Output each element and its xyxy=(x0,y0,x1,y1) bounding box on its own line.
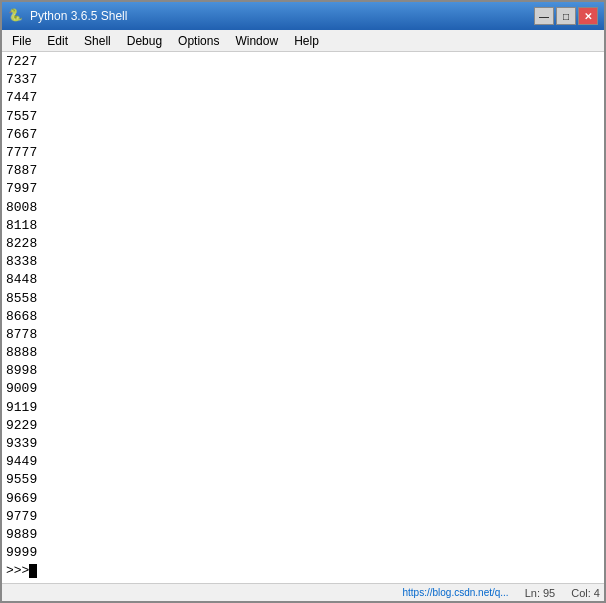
app-icon: 🐍 xyxy=(8,8,24,24)
output-line: 7227 xyxy=(6,53,600,71)
status-url: https://blog.csdn.net/q... xyxy=(402,587,508,598)
output-line: 8008 xyxy=(6,199,600,217)
menu-window[interactable]: Window xyxy=(227,32,286,50)
output-line: 9999 xyxy=(6,544,600,562)
output-line: 8668 xyxy=(6,308,600,326)
output-line: 8998 xyxy=(6,362,600,380)
output-line: 9009 xyxy=(6,380,600,398)
output-line: 8778 xyxy=(6,326,600,344)
menu-options[interactable]: Options xyxy=(170,32,227,50)
close-button[interactable]: ✕ xyxy=(578,7,598,25)
output-line: 9229 xyxy=(6,417,600,435)
title-bar: 🐍 Python 3.6.5 Shell — □ ✕ xyxy=(2,2,604,30)
output-line: 8118 xyxy=(6,217,600,235)
status-line: Ln: 95 xyxy=(525,587,556,599)
output-line: 9339 xyxy=(6,435,600,453)
prompt-line: >>> xyxy=(6,562,600,580)
minimize-button[interactable]: — xyxy=(534,7,554,25)
output-line: 8888 xyxy=(6,344,600,362)
menu-help[interactable]: Help xyxy=(286,32,327,50)
content-area: 6116622663366446655666666776688669967007… xyxy=(2,52,604,583)
status-bar: https://blog.csdn.net/q... Ln: 95 Col: 4 xyxy=(2,583,604,601)
output-line: 9889 xyxy=(6,526,600,544)
output-line: 7887 xyxy=(6,162,600,180)
output-line: 8558 xyxy=(6,290,600,308)
output-line: 9559 xyxy=(6,471,600,489)
shell-content: 6116622663366446655666666776688669967007… xyxy=(2,52,604,583)
output-line: 7777 xyxy=(6,144,600,162)
output-line: 7997 xyxy=(6,180,600,198)
status-col: Col: 4 xyxy=(571,587,600,599)
menu-debug[interactable]: Debug xyxy=(119,32,170,50)
output-line: 7557 xyxy=(6,108,600,126)
output-line: 7447 xyxy=(6,89,600,107)
output-line: 7667 xyxy=(6,126,600,144)
prompt-text: >>> xyxy=(6,562,29,580)
cursor xyxy=(29,564,37,578)
main-window: 🐍 Python 3.6.5 Shell — □ ✕ File Edit She… xyxy=(0,0,606,603)
maximize-button[interactable]: □ xyxy=(556,7,576,25)
window-controls: — □ ✕ xyxy=(534,7,598,25)
output-line: 8448 xyxy=(6,271,600,289)
output-line: 8338 xyxy=(6,253,600,271)
output-line: 8228 xyxy=(6,235,600,253)
menu-bar: File Edit Shell Debug Options Window Hel… xyxy=(2,30,604,52)
menu-edit[interactable]: Edit xyxy=(39,32,76,50)
output-line: 7337 xyxy=(6,71,600,89)
output-line: 9119 xyxy=(6,399,600,417)
window-title: Python 3.6.5 Shell xyxy=(30,9,528,23)
output-line: 9669 xyxy=(6,490,600,508)
menu-shell[interactable]: Shell xyxy=(76,32,119,50)
menu-file[interactable]: File xyxy=(4,32,39,50)
output-line: 9779 xyxy=(6,508,600,526)
output-line: 9449 xyxy=(6,453,600,471)
shell-output[interactable]: 6116622663366446655666666776688669967007… xyxy=(2,52,604,583)
